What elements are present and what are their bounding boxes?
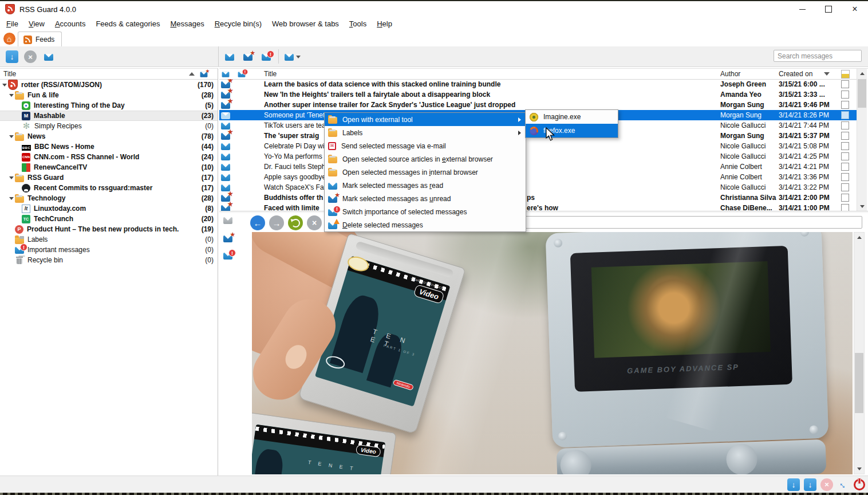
tab-feeds[interactable]: Feeds <box>18 32 62 47</box>
menu-web-browser-tabs[interactable]: Web browser & tabs <box>267 18 344 30</box>
scroll-up-icon[interactable] <box>854 233 864 242</box>
feed-item-interesting-thing-of-the-day[interactable]: Interesting Thing of the Day(5) <box>0 100 218 111</box>
envelope-unread-icon[interactable] <box>223 235 232 242</box>
feed-item-product-hunt-the-best-new-products-in-tech[interactable]: PProduct Hunt – The best new products in… <box>0 224 218 234</box>
feed-item-recent-commits-to-rssguard-master[interactable]: Recent Commits to rssguard:master(17) <box>0 183 218 193</box>
feed-item-bbc-news-home[interactable]: BBCBBC News - Home(44) <box>0 142 218 152</box>
stop-updates-button[interactable]: × <box>23 49 38 64</box>
context-menu-item-open-selected-messages-in-internal-browser[interactable]: Open selected messages in internal brows… <box>325 166 526 179</box>
reload-button[interactable] <box>288 215 303 230</box>
scroll-down-icon[interactable] <box>857 202 867 211</box>
menu-view[interactable]: View <box>23 18 50 30</box>
collapse-arrow-icon[interactable] <box>9 135 15 138</box>
feed-item-renewcanceltv[interactable]: RenewCancelTV(10) <box>0 162 218 172</box>
enclosure-checkbox[interactable] <box>841 194 849 202</box>
enclosure-checkbox[interactable] <box>841 173 849 181</box>
feed-item-simply-recipes[interactable]: ✻Simply Recipes(0) <box>0 121 218 131</box>
enclosure-checkbox[interactable] <box>841 111 849 119</box>
feeds-column-header[interactable]: Title <box>0 69 218 80</box>
message-row[interactable]: Celebrate Pi Day witNicole Gallucci3/14/… <box>219 141 857 151</box>
enclosure-checkbox[interactable] <box>841 152 849 160</box>
message-row[interactable]: Watch SpaceX's FalcNicole Gallucci3/14/2… <box>219 182 857 192</box>
message-row[interactable]: New 'In the Heights' trailers tell a fai… <box>219 89 857 100</box>
feed-item-fun-life[interactable]: Fun & life(28) <box>0 90 218 100</box>
context-menu-item-delete-selected-messages[interactable]: Delete selected messages <box>325 218 526 231</box>
scroll-down-icon[interactable] <box>854 464 864 474</box>
close-button[interactable]: × <box>842 1 868 17</box>
title-column-header[interactable]: Title <box>255 70 720 78</box>
message-row[interactable]: Yo-Yo Ma performs sNicole Gallucci3/14/2… <box>219 151 857 162</box>
feed-item-linuxtoday-com[interactable]: ltLinuxtoday.com(8) <box>0 203 218 214</box>
enclosure-checkbox[interactable] <box>841 91 849 99</box>
preview-scrollbar[interactable] <box>854 232 865 474</box>
context-menu-item-open-with-external-tool[interactable]: Open with external tool <box>325 113 526 126</box>
back-button[interactable]: ← <box>250 215 265 230</box>
menu-accounts[interactable]: Accounts <box>50 18 90 30</box>
feed-item-recycle-bin[interactable]: Recycle bin(0) <box>0 255 218 265</box>
feed-item-rss-guard[interactable]: RSS Guard(17) <box>0 172 218 183</box>
feed-item-news[interactable]: News(78) <box>0 131 218 142</box>
message-row[interactable]: Dr. Fauci tells StephAnnie Colbert3/14/2… <box>219 162 857 172</box>
power-quit-button[interactable] <box>854 479 865 490</box>
mark-important-button[interactable] <box>259 49 274 64</box>
enclosure-checkbox[interactable] <box>841 121 849 129</box>
update-feeds-button[interactable]: ↓ <box>5 49 19 64</box>
context-menu-item-mark-selected-messages-as-unread[interactable]: Mark selected messages as unread <box>325 192 526 205</box>
menu-file[interactable]: File <box>1 18 23 30</box>
feed-item-important-messages[interactable]: Important messages(0) <box>0 245 218 255</box>
enclosure-checkbox[interactable] <box>841 101 849 109</box>
context-menu-item-open-selected-source-articles-in-external-browser[interactable]: Open selected source articles in externa… <box>325 152 526 166</box>
context-menu-item-labels[interactable]: Labels <box>325 126 526 139</box>
message-row[interactable]: Learn the basics of data science with th… <box>219 79 857 89</box>
home-tab-button[interactable] <box>2 32 17 46</box>
feed-item-labels[interactable]: Labels(0) <box>0 234 218 245</box>
message-row[interactable]: Apple says goodbyeAnnie Colbert3/14/21 3… <box>219 172 857 182</box>
maximize-button[interactable] <box>815 1 842 17</box>
enclosure-checkbox[interactable] <box>841 183 849 191</box>
envelope-gray-icon[interactable] <box>223 217 232 224</box>
feed-item-mashable[interactable]: MMashable(23) <box>0 111 218 121</box>
message-row[interactable]: Another super intense trailer for Zack S… <box>219 100 857 110</box>
collapse-arrow-icon[interactable] <box>9 197 15 200</box>
menu-messages[interactable]: Messages <box>165 18 209 30</box>
enclosure-checkbox[interactable] <box>841 142 849 150</box>
scroll-up-icon[interactable] <box>857 69 867 78</box>
download-feeds-button[interactable]: ↓ <box>804 478 816 491</box>
scrollbar-thumb[interactable] <box>855 353 863 413</box>
collapse-arrow-icon[interactable] <box>9 176 15 179</box>
messages-scrollbar[interactable] <box>857 69 867 211</box>
author-column-header[interactable]: Author <box>720 70 779 78</box>
feed-item-technology[interactable]: Technology(28) <box>0 193 218 203</box>
scrollbar-thumb[interactable] <box>858 79 866 108</box>
menu-tools[interactable]: Tools <box>344 18 372 30</box>
message-row[interactable]: Buddhists offer thpsChristianna Silva3/1… <box>219 192 857 203</box>
minimize-button[interactable] <box>789 1 815 17</box>
download-messages-button[interactable]: ↓ <box>787 478 800 491</box>
stop-button[interactable]: × <box>307 215 322 230</box>
forward-button[interactable]: → <box>269 215 284 230</box>
feed-item-cnn-com-rss-channel-world[interactable]: CNNCNN.com - RSS Channel - World(24) <box>0 152 218 162</box>
menu-recycle-bin-s[interactable]: Recycle bin(s) <box>210 18 267 30</box>
enclosure-checkbox[interactable] <box>841 80 849 88</box>
menu-help[interactable]: Help <box>372 18 397 30</box>
submenu-item-imagine-exe[interactable]: Imagine.exe <box>526 110 618 124</box>
mark-all-read-button[interactable] <box>222 49 237 64</box>
collapse-arrow-icon[interactable] <box>9 94 15 97</box>
menu-feeds-categories[interactable]: Feeds & categories <box>90 18 165 30</box>
feed-item-rotter-rss-atom-json[interactable]: rotter (RSS/ATOM/JSON)(170) <box>0 80 218 90</box>
mark-feeds-read-button[interactable] <box>41 49 56 64</box>
envelope-important-icon[interactable] <box>223 253 232 260</box>
search-input[interactable] <box>774 50 862 62</box>
context-menu-item-switch-importance-of-selected-messages[interactable]: Switch importance of selected messages <box>325 205 526 218</box>
context-menu-item-send-selected-message-via-e-mail[interactable]: Send selected message via e-mail <box>325 139 526 152</box>
collapse-arrow-icon[interactable] <box>2 84 8 87</box>
message-row[interactable]: Faced with limiteere's howChase DiBene..… <box>219 203 857 211</box>
enclosure-checkbox[interactable] <box>841 163 849 171</box>
mark-unread-button[interactable] <box>240 49 255 64</box>
enclosure-checkbox[interactable] <box>841 132 849 140</box>
created-column-header[interactable]: Created on <box>779 70 833 78</box>
read-status-menu-button[interactable] <box>282 49 303 64</box>
submenu-item-firefox-exe[interactable]: firefox.exe <box>526 124 618 138</box>
feed-item-techcrunch[interactable]: TCTechCrunch(20) <box>0 214 218 224</box>
context-menu-item-mark-selected-messages-as-read[interactable]: Mark selected messages as read <box>325 179 526 192</box>
